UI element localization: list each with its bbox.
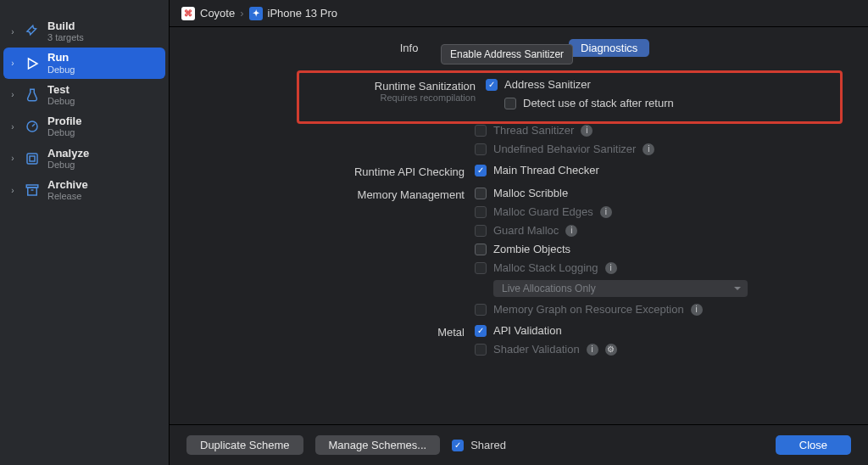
- sidebar-item-label: Run: [47, 52, 75, 64]
- sidebar-item-build[interactable]: › Build 3 targets: [3, 16, 165, 47]
- duplicate-scheme-button[interactable]: Duplicate Scheme: [186, 435, 303, 455]
- checkbox-thread-sanitizer[interactable]: [475, 125, 487, 137]
- tab-info[interactable]: Info: [388, 39, 431, 57]
- sidebar-item-profile[interactable]: › Profile Debug: [3, 111, 165, 142]
- test-icon: [24, 87, 41, 104]
- sidebar-item-label: Analyze: [47, 148, 89, 160]
- sidebar-item-sub: Debug: [47, 64, 75, 75]
- tabs: Enable Address Sanitizer Info Arguments …: [170, 27, 868, 62]
- checkbox-api-validation[interactable]: [475, 325, 487, 337]
- sidebar-item-label: Build: [47, 20, 84, 32]
- sidebar-item-sub: Debug: [47, 127, 81, 137]
- info-icon[interactable]: i: [691, 304, 703, 316]
- section-label-runtime-api: Runtime API Checking: [170, 164, 475, 178]
- checkbox-main-thread[interactable]: [475, 165, 487, 176]
- svg-marker-0: [29, 59, 38, 69]
- checkbox-zombie[interactable]: [475, 244, 487, 255]
- label-ub-sanitizer: Undefined Behavior Sanitizer: [493, 143, 636, 155]
- section-label-metal: Metal: [170, 324, 475, 356]
- gear-icon[interactable]: ⚙: [605, 344, 617, 356]
- label-detect-stack: Detect use of stack after return: [523, 97, 674, 109]
- checkbox-guard-edges[interactable]: [475, 206, 487, 218]
- checkbox-detect-stack[interactable]: [504, 98, 516, 109]
- chevron-right-icon: ›: [8, 186, 17, 195]
- svg-rect-5: [28, 188, 37, 195]
- sidebar-item-test[interactable]: › Test Debug: [3, 80, 165, 110]
- checkbox-malloc-scribble[interactable]: [475, 188, 487, 199]
- label-main-thread: Main Thread Checker: [493, 164, 599, 176]
- checkbox-mem-graph[interactable]: [475, 304, 487, 316]
- label-address-sanitizer: Address Sanitizer: [504, 78, 591, 91]
- profile-icon: [24, 118, 41, 135]
- archive-icon: [24, 182, 41, 199]
- info-icon[interactable]: i: [600, 206, 612, 218]
- build-icon: [24, 23, 41, 40]
- checkbox-shader-validation[interactable]: [475, 344, 487, 356]
- info-icon[interactable]: i: [587, 344, 598, 356]
- dropdown-stack-logging-mode[interactable]: Live Allocations Only: [493, 280, 748, 297]
- label-thread-sanitizer: Thread Sanitizer: [493, 124, 574, 137]
- chevron-right-icon: ›: [8, 122, 17, 132]
- section-label-memory: Memory Management: [170, 187, 475, 316]
- label-zombie: Zombie Objects: [493, 243, 570, 255]
- close-button[interactable]: Close: [776, 435, 851, 455]
- label-shader-validation: Shader Validation: [493, 343, 580, 356]
- section-label-runtime-sanitization: Runtime Sanitization: [308, 80, 476, 92]
- label-malloc-scribble: Malloc Scribble: [493, 187, 568, 199]
- breadcrumb: ⌘ Coyote › ✦ iPhone 13 Pro: [170, 0, 868, 27]
- sidebar-item-sub: 3 targets: [47, 32, 84, 42]
- label-stack-logging: Malloc Stack Logging: [493, 261, 598, 274]
- sidebar-item-sub: Debug: [47, 96, 75, 106]
- manage-schemes-button[interactable]: Manage Schemes...: [315, 435, 441, 455]
- sidebar-item-sub: Release: [47, 191, 88, 201]
- sidebar-item-archive[interactable]: › Archive Release: [3, 175, 165, 205]
- chevron-right-icon: ›: [8, 59, 17, 68]
- chevron-right-icon: ›: [8, 154, 17, 163]
- chevron-right-icon: ›: [8, 27, 17, 36]
- svg-rect-3: [30, 156, 35, 161]
- highlight-address-sanitizer: Runtime Sanitization Requires recompilat…: [297, 70, 843, 124]
- analyze-icon: [24, 150, 41, 167]
- section-sub-recompilation: Requires recompilation: [308, 92, 476, 103]
- footer: Duplicate Scheme Manage Schemes... Share…: [170, 424, 868, 465]
- sidebar-item-label: Test: [47, 84, 75, 96]
- breadcrumb-device[interactable]: iPhone 13 Pro: [268, 7, 337, 20]
- label-shared: Shared: [470, 439, 506, 451]
- checkbox-shared[interactable]: [452, 440, 464, 451]
- project-icon: ⌘: [181, 7, 195, 20]
- sidebar-item-run[interactable]: › Run Debug: [3, 48, 165, 78]
- chevron-right-icon: ›: [240, 7, 243, 20]
- info-icon[interactable]: i: [605, 262, 617, 274]
- label-mem-graph: Memory Graph on Resource Exception: [493, 303, 684, 316]
- checkbox-guard-malloc[interactable]: [475, 225, 487, 237]
- info-icon[interactable]: i: [581, 125, 593, 137]
- label-guard-malloc: Guard Malloc: [493, 224, 559, 237]
- sidebar-item-label: Archive: [47, 179, 88, 191]
- svg-rect-2: [27, 154, 37, 164]
- sidebar-item-label: Profile: [47, 115, 81, 127]
- info-icon[interactable]: i: [643, 143, 654, 155]
- tab-diagnostics[interactable]: Diagnostics: [569, 39, 649, 57]
- checkbox-ub-sanitizer[interactable]: [475, 143, 487, 155]
- label-guard-edges: Malloc Guard Edges: [493, 205, 593, 218]
- label-api-validation: API Validation: [493, 324, 562, 337]
- breadcrumb-project[interactable]: Coyote: [200, 7, 235, 20]
- device-icon: ✦: [249, 7, 263, 20]
- checkbox-stack-logging[interactable]: [475, 262, 487, 274]
- chevron-right-icon: ›: [8, 90, 17, 99]
- run-icon: [24, 55, 41, 72]
- sidebar-item-analyze[interactable]: › Analyze Debug: [3, 143, 165, 174]
- sidebar-item-sub: Debug: [47, 160, 89, 170]
- checkbox-address-sanitizer[interactable]: [486, 79, 498, 91]
- tooltip: Enable Address Sanitizer: [441, 44, 573, 64]
- info-icon[interactable]: i: [565, 225, 577, 237]
- scheme-sidebar: › Build 3 targets › Run Debug ›: [0, 0, 170, 465]
